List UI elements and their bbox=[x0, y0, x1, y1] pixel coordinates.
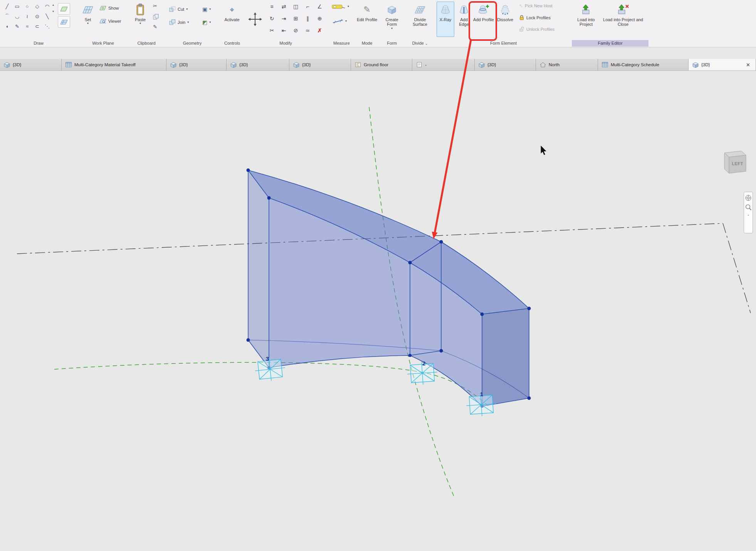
join-geometry-button[interactable]: Join ▾ bbox=[169, 19, 189, 25]
viewcube[interactable]: LEFT bbox=[719, 147, 751, 180]
scroll-up-icon[interactable]: ▴ bbox=[52, 3, 54, 7]
arc-tool-icon[interactable]: ◠ bbox=[42, 2, 52, 11]
view-tab-bar: {3D} Multi-Category Material Takeoff {3D… bbox=[0, 59, 756, 71]
scroll-down-icon[interactable]: ▾ bbox=[52, 10, 54, 13]
mass-form[interactable] bbox=[247, 169, 531, 408]
viewcube-face-label[interactable]: LEFT bbox=[732, 161, 743, 166]
panel-expander-icon[interactable]: ⌄ bbox=[425, 42, 428, 45]
arc-tool-icon[interactable]: ⌒ bbox=[2, 12, 12, 21]
create-form-button[interactable]: Create Form ▾ bbox=[381, 2, 403, 37]
form-right-cap-face[interactable] bbox=[482, 308, 529, 406]
view-tab-3d[interactable]: {3D} bbox=[475, 59, 536, 70]
geometry-tool-button[interactable]: ◩ ▾ bbox=[202, 19, 211, 25]
add-profile-button[interactable]: Add Profile bbox=[473, 2, 494, 37]
scale-tool-icon[interactable]: ⊕ bbox=[314, 13, 326, 23]
measure-tool-button[interactable]: ▾ bbox=[332, 3, 349, 10]
load-into-project-button[interactable]: Load into Project bbox=[574, 2, 598, 37]
view-tab-3d[interactable]: {3D} bbox=[166, 59, 227, 70]
pick-new-host-button[interactable]: ↖ Pick New Host bbox=[519, 3, 553, 8]
panel-modify: ≡ ⇄ ◫ ⌐ ∠ ↻ ⇥ ⊞ ∥ ⊕ ✂ ⇤ ⊘ ≃ ✗ Modify bbox=[244, 0, 328, 47]
spline-tool-icon[interactable]: ≈ bbox=[22, 22, 32, 31]
load-into-project-and-close-button[interactable]: Load into Project and Close bbox=[600, 2, 647, 37]
mirror-tool-icon[interactable]: ◫ bbox=[290, 2, 302, 12]
spline-tool-icon[interactable]: ≀ bbox=[22, 12, 32, 21]
view-tab-ground-floor[interactable]: Ground floor bbox=[351, 59, 412, 70]
drawing-area[interactable]: 3 2 1 LEFT ⌄ bbox=[0, 70, 756, 551]
activate-dimensions-button[interactable]: ⌖ Activate bbox=[222, 2, 242, 37]
delete-tool-icon[interactable]: ✗ bbox=[314, 25, 326, 35]
cut-geometry-button[interactable]: Cut ▾ bbox=[169, 6, 188, 12]
view-tab-north[interactable]: North bbox=[536, 59, 598, 70]
point-tool-icon[interactable]: ⋱ bbox=[42, 22, 52, 31]
view-tab-material-takeoff[interactable]: Multi-Category Material Takeoff bbox=[62, 59, 166, 70]
partial-ellipse-tool-icon[interactable]: ◖ bbox=[2, 22, 12, 31]
edit-profile-button[interactable]: ✎ Edit Profile bbox=[356, 2, 378, 37]
show-workplane-button[interactable]: Show bbox=[99, 5, 119, 11]
copy-icon bbox=[153, 14, 159, 20]
add-edge-button[interactable]: Add Edge bbox=[455, 2, 472, 37]
array-tool-icon[interactable]: ⊞ bbox=[290, 13, 302, 23]
circle-tool-icon[interactable]: ○ bbox=[22, 2, 32, 11]
pick-edge-tool-icon[interactable]: ⊂ bbox=[32, 22, 42, 31]
rectangle-tool-icon[interactable]: ▭ bbox=[12, 2, 22, 11]
dropdown-caret-icon: ▾ bbox=[186, 8, 188, 11]
polygon-tool-icon[interactable]: ◇ bbox=[32, 2, 42, 11]
panel-label-clipboard: Clipboard bbox=[129, 40, 164, 47]
navigation-bar[interactable]: ⌄ bbox=[744, 192, 753, 233]
arc-tool-icon[interactable]: ◡ bbox=[12, 12, 22, 21]
viewer-icon bbox=[99, 18, 106, 24]
offset-tool-icon[interactable]: ⇄ bbox=[278, 2, 290, 12]
align-tool-icon[interactable]: ≡ bbox=[266, 2, 278, 12]
view-tab-3d-active[interactable]: {3D} ✕ bbox=[689, 59, 756, 70]
draw-on-face-button[interactable] bbox=[58, 3, 70, 15]
set-workplane-button[interactable]: Set ▾ bbox=[79, 2, 96, 37]
divide-surface-button[interactable]: Divide Surface bbox=[408, 2, 432, 37]
aligned-dimension-button[interactable]: ▾ bbox=[333, 18, 347, 24]
navbar-expander-icon[interactable]: ⌄ bbox=[747, 213, 750, 216]
cope-tool-icon[interactable]: ⌐ bbox=[302, 2, 314, 12]
trim-tool-icon[interactable]: ⇤ bbox=[278, 25, 290, 35]
line-tool-icon[interactable]: ╲ bbox=[42, 12, 52, 21]
zoom-icon[interactable] bbox=[745, 204, 752, 211]
copy-to-clipboard-button[interactable] bbox=[153, 14, 159, 20]
show-plane-icon bbox=[99, 5, 106, 11]
form-left-cap-face[interactable] bbox=[248, 170, 269, 368]
rotate-tool-icon[interactable]: ↻ bbox=[266, 13, 278, 23]
cut-to-clipboard-button[interactable]: ✂ bbox=[153, 3, 157, 9]
pick-lines-tool-icon[interactable]: ✎ bbox=[12, 22, 22, 31]
lock-profiles-button[interactable]: Lock Profiles bbox=[519, 15, 551, 20]
match-tool-icon[interactable]: ≃ bbox=[302, 25, 314, 35]
panel-draw: ╱ ▭ ○ ◇ ◠ ⌒ ◡ ≀ ⊙ ╲ ◖ ✎ ≈ ⊂ ⋱ ▴ ▾ Draw bbox=[0, 0, 77, 47]
activate-target-icon: ⌖ bbox=[230, 3, 234, 17]
view-tab-label: {3D} bbox=[179, 62, 188, 67]
dissolve-button[interactable]: Dissolve bbox=[495, 2, 515, 37]
view-tab-drafting[interactable]: - bbox=[412, 59, 475, 70]
panel-label-mode: Mode bbox=[355, 40, 379, 47]
draw-on-workplane-button[interactable] bbox=[58, 16, 70, 28]
view-tab-schedule[interactable]: Multi-Category Schedule bbox=[598, 59, 689, 70]
ellipse-tool-icon[interactable]: ⊙ bbox=[32, 12, 42, 21]
split-tool-icon[interactable]: ✂ bbox=[266, 25, 278, 35]
view-tab-3d[interactable]: {3D} bbox=[227, 59, 289, 70]
extend-tool-icon[interactable]: ⇥ bbox=[278, 13, 290, 23]
paste-button[interactable]: Paste ▾ bbox=[131, 2, 149, 37]
line-tool-icon[interactable]: ╱ bbox=[2, 2, 12, 11]
angle-tool-icon[interactable]: ∠ bbox=[314, 2, 326, 12]
dropdown-caret-icon: ▾ bbox=[139, 22, 141, 25]
geometry-tool-button[interactable]: ▣ ▾ bbox=[202, 6, 211, 12]
match-type-button[interactable]: ✎ bbox=[153, 24, 157, 30]
close-tab-icon[interactable]: ✕ bbox=[744, 62, 752, 68]
view-tab-3d[interactable]: {3D} bbox=[0, 59, 62, 70]
draw-grid-scrollbar[interactable]: ▴ ▾ bbox=[52, 3, 54, 13]
navigation-wheel-icon[interactable] bbox=[745, 194, 752, 201]
view-tab-label: - bbox=[425, 62, 427, 67]
move-button[interactable] bbox=[248, 12, 262, 26]
pin-tool-icon[interactable]: ∥ bbox=[302, 13, 314, 23]
unlock-profiles-button[interactable]: Unlock Profiles bbox=[519, 26, 554, 32]
view-tab-3d[interactable]: {3D} bbox=[289, 59, 351, 70]
xray-button[interactable]: X-Ray bbox=[437, 2, 454, 37]
unjoin-tool-icon[interactable]: ⊘ bbox=[290, 25, 302, 35]
viewer-button[interactable]: Viewer bbox=[99, 18, 121, 24]
elevation-icon bbox=[540, 62, 546, 67]
load-into-project-close-icon bbox=[617, 3, 629, 17]
